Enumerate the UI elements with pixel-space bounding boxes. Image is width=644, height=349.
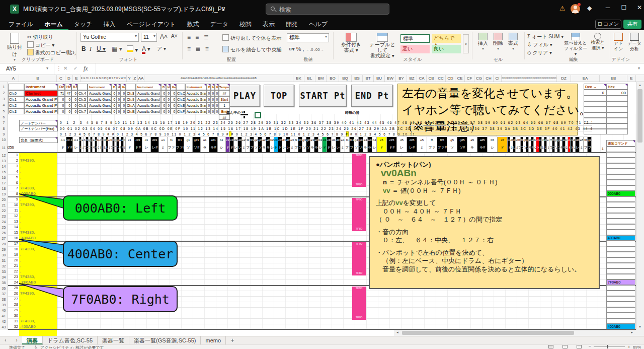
add-command-cell[interactable] — [606, 213, 635, 219]
add-command-cell[interactable] — [606, 224, 635, 230]
row-header[interactable]: 16 — [0, 175, 8, 180]
new-sheet-button[interactable]: + — [226, 336, 239, 344]
add-command-cell[interactable] — [606, 268, 635, 274]
macro-button-start-pt[interactable]: START Pt — [299, 85, 347, 107]
grow-font-button[interactable]: A˄ — [160, 33, 168, 40]
zoom-slider-thumb[interactable] — [607, 345, 608, 348]
value-cell[interactable]: 47 — [65, 90, 71, 96]
piano-key-name[interactable]: e1 — [159, 137, 168, 144]
row-header[interactable]: 2 — [0, 90, 8, 96]
add-command-cell[interactable]: 7F0AB0 — [606, 280, 635, 285]
piano-key-name[interactable]: d3 — [282, 137, 286, 144]
value-cell[interactable]: 0 — [166, 108, 171, 114]
ribbon-tab-0[interactable]: ファイル — [3, 18, 39, 30]
formula-expand-icon[interactable]: ▾ — [638, 66, 640, 71]
value-cell[interactable]: 0 — [207, 108, 211, 114]
col-header[interactable]: BQ — [339, 75, 352, 82]
channel-cell[interactable]: Ch.2 — [8, 102, 24, 108]
value-cell[interactable]: 0 — [161, 102, 166, 108]
instrument-name-cell[interactable]: Acoustic Grand — [185, 90, 207, 96]
piano-key-kana[interactable]: ソ — [302, 144, 306, 153]
value-cell[interactable]: 0 — [112, 96, 116, 102]
ribbon-tab-2[interactable]: タッチ — [68, 18, 98, 30]
sequence-number[interactable]: 9 — [8, 197, 18, 202]
cell[interactable] — [126, 84, 136, 90]
cell[interactable] — [77, 84, 88, 90]
add-command-cell[interactable]: 000AB0 — [606, 191, 635, 196]
ribbon-tab-10[interactable]: ヘルプ — [303, 18, 333, 30]
command-value[interactable]: , — [20, 302, 56, 308]
dec-hex-empty-cell[interactable] — [606, 118, 628, 123]
command-value[interactable]: , — [20, 269, 56, 274]
piano-key-name[interactable]: e2 — [242, 137, 246, 144]
tempo-cell[interactable]: 1 — [219, 102, 230, 108]
col-header[interactable]: EB — [600, 75, 627, 82]
col-header[interactable]: D — [65, 75, 73, 82]
piano-key-kana[interactable]: レ# — [407, 144, 417, 153]
command-value[interactable]: 7F4380, — [20, 319, 56, 324]
channel-cell[interactable]: Ch.6 — [77, 102, 88, 108]
piano-key-name[interactable]: d#5 — [407, 137, 417, 144]
piano-key-name[interactable]: g#2 — [258, 137, 262, 144]
row-header[interactable]: 40 — [0, 308, 8, 313]
channel-cell[interactable]: Ch.C — [176, 90, 185, 96]
col-header[interactable]: E — [627, 75, 636, 82]
value-cell[interactable]: 0 — [211, 96, 215, 102]
col-header[interactable]: C — [57, 75, 65, 82]
sequence-number[interactable]: 17 — [8, 241, 18, 247]
piano-key-kana[interactable]: ラ# — [477, 144, 488, 153]
formula-input[interactable] — [96, 63, 636, 75]
row-header[interactable]: 7 — [0, 120, 8, 126]
value-cell[interactable]: 0 — [171, 96, 176, 102]
minimize-button[interactable]: ─ — [603, 4, 613, 11]
piano-key-name[interactable]: a4 — [363, 137, 368, 144]
piano-key-name[interactable]: b4 — [372, 137, 377, 144]
col-header[interactable]: CH — [484, 75, 494, 82]
zoom-in-icon[interactable]: ＋ — [627, 344, 631, 349]
piano-key-kana[interactable]: ラ — [262, 144, 266, 153]
col-header[interactable]: E — [73, 75, 80, 82]
piano-key-name[interactable]: f#4 — [350, 137, 354, 144]
add-command-ref[interactable]: 1 — [583, 147, 604, 152]
number-format-select[interactable]: 標準▾ — [287, 33, 329, 42]
sheet-tab-4[interactable]: memo — [201, 336, 226, 344]
piano-key-name[interactable]: c6 — [498, 137, 508, 144]
piano-key-kana[interactable]: ミ — [242, 144, 246, 153]
piano-key-name[interactable]: a#2 — [266, 137, 270, 144]
command-value[interactable]: , — [20, 169, 56, 175]
bold-button[interactable]: B — [82, 45, 86, 52]
row-header[interactable]: 6 — [0, 114, 8, 120]
row-header[interactable]: 38 — [0, 297, 8, 302]
close-button[interactable]: ✕ — [634, 4, 644, 11]
sequence-number[interactable]: 27 — [8, 297, 18, 302]
sort-filter-button[interactable]: 並べ替えと フィルター ▾ — [564, 33, 588, 57]
piano-key-kana[interactable]: レ# — [238, 144, 242, 153]
row-header[interactable]: 1 — [0, 84, 8, 90]
add-command-cell[interactable] — [606, 163, 635, 169]
command-value[interactable]: 7F4390, — [20, 158, 56, 164]
piano-key-name[interactable]: g4 — [354, 137, 359, 144]
col-header[interactable]: F G H I J K L M N O P Q R S T U V W X — [80, 75, 127, 82]
col-header[interactable]: BT — [363, 75, 374, 82]
value-cell[interactable]: 0 — [171, 90, 176, 96]
piano-key-name[interactable]: b5 — [488, 137, 498, 144]
v-scroll-down-icon[interactable]: ▼ — [636, 324, 644, 330]
piano-key-name[interactable]: g5 — [447, 137, 457, 144]
piano-key-kana[interactable]: レ# — [286, 144, 290, 153]
channel-cell[interactable]: Ch.7 — [77, 108, 88, 114]
sequence-number[interactable]: 21 — [8, 263, 18, 269]
piano-key-kana[interactable]: レ — [397, 144, 407, 153]
note-number-row[interactable]: 0 1 2 3 4 5 6 7 8 9 # # 0 1 2 3 4 5 6 7 … — [60, 131, 592, 137]
col-header[interactable]: EA — [571, 75, 600, 82]
row-header[interactable]: 33 — [0, 269, 8, 274]
instrument-name-cell[interactable]: Acoustic Grand — [136, 96, 161, 102]
piano-key-kana[interactable]: ド — [323, 144, 327, 153]
command-value[interactable]: , — [20, 225, 56, 230]
command-value[interactable]: , — [20, 214, 56, 219]
col-header[interactable]: A — [8, 75, 19, 82]
tab-scroll-left-icon[interactable]: ‹ — [0, 336, 11, 344]
piano-key-kana[interactable]: ラ — [467, 144, 477, 153]
command-value[interactable]: , — [20, 208, 56, 214]
col-header[interactable]: BO — [327, 75, 339, 82]
row-header[interactable]: 15 — [0, 169, 8, 175]
